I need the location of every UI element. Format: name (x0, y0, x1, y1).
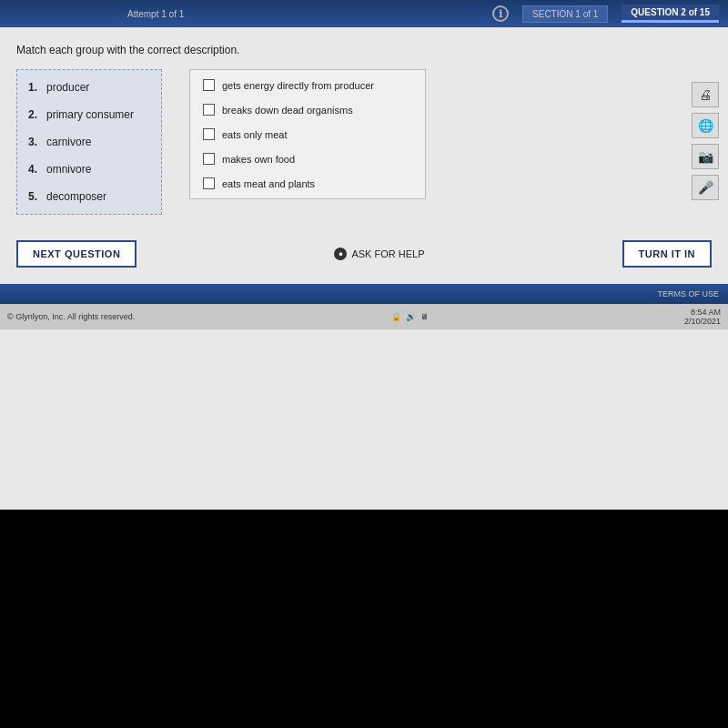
group-number-4: 4. (28, 163, 41, 176)
footer-bar: TERMS OF USE (0, 284, 728, 304)
group-number-3: 3. (28, 136, 41, 148)
volume-icon: 🔊 (406, 312, 416, 321)
description-text-5: eats meat and plants (222, 178, 315, 189)
terms-link[interactable]: TERMS OF USE (657, 289, 719, 298)
date-display: 2/10/2021 (684, 317, 721, 326)
mic-button[interactable]: 🎤 (692, 175, 719, 200)
globe-icon: 🌐 (698, 118, 713, 133)
question-badge: QUESTION 2 of 15 (622, 5, 719, 23)
checkbox-4[interactable] (203, 153, 215, 165)
description-item-5: eats meat and plants (203, 177, 412, 189)
camera-icon: 📷 (698, 149, 713, 164)
group-number-1: 1. (28, 81, 41, 94)
instruction-text: Match each group with the correct descri… (16, 44, 712, 56)
description-text-2: breaks down dead organisms (222, 105, 353, 116)
top-bar: Attempt 1 of 1 ℹ SECTION 1 of 1 QUESTION… (0, 0, 728, 27)
group-item-2: 2. primary consumer (28, 108, 143, 121)
network-icon: 🔒 (391, 312, 401, 321)
group-number-5: 5. (28, 190, 41, 203)
group-label-4: omnivore (46, 163, 91, 176)
description-text-4: makes own food (222, 154, 295, 165)
display-icon: 🖥 (420, 312, 429, 321)
description-item-1: gets energy directly from producer (203, 79, 412, 91)
description-text-1: gets energy directly from producer (222, 80, 374, 91)
group-label-3: carnivore (46, 136, 91, 148)
group-item-3: 3. carnivore (28, 136, 143, 148)
mic-icon: 🎤 (698, 180, 713, 195)
group-label-1: producer (46, 81, 89, 94)
ask-help-container[interactable]: ● ASK FOR HELP (334, 248, 424, 260)
turn-it-in-button[interactable]: TURN IT IN (622, 240, 712, 268)
description-item-3: eats only meat (203, 128, 412, 140)
left-column: 1. producer 2. primary consumer 3. carni… (16, 69, 162, 215)
copyright-text: © Glynlyon, Inc. All rights reserved. (7, 312, 135, 321)
checkbox-2[interactable] (203, 104, 215, 116)
description-item-4: makes own food (203, 153, 412, 165)
group-item-4: 4. omnivore (28, 163, 143, 176)
print-icon: 🖨 (699, 87, 712, 102)
match-container: 1. producer 2. primary consumer 3. carni… (16, 69, 712, 215)
section-badge: SECTION 1 of 1 (522, 5, 608, 23)
camera-button[interactable]: 📷 (692, 144, 719, 169)
group-item-1: 1. producer (28, 81, 143, 94)
globe-button[interactable]: 🌐 (692, 113, 719, 138)
group-label-5: decomposer (46, 190, 106, 203)
right-column: gets energy directly from producer break… (189, 69, 426, 199)
system-footer: © Glynlyon, Inc. All rights reserved. 🔒 … (0, 304, 728, 329)
checkbox-1[interactable] (203, 79, 215, 91)
description-item-2: breaks down dead organisms (203, 104, 412, 116)
system-icons: 🔒 🔊 🖥 (391, 312, 429, 321)
bottom-buttons: NEXT QUESTION ● ASK FOR HELP TURN IT IN (0, 224, 728, 284)
checkbox-3[interactable] (203, 128, 215, 140)
main-content: Match each group with the correct descri… (0, 27, 728, 224)
ask-help-icon: ● (334, 248, 347, 260)
description-text-3: eats only meat (222, 129, 288, 140)
next-question-button[interactable]: NEXT QUESTION (16, 240, 136, 268)
info-icon[interactable]: ℹ (492, 5, 509, 22)
ask-help-label: ASK FOR HELP (351, 248, 424, 259)
top-bar-left: Attempt 1 of 1 (9, 9, 485, 19)
side-toolbar: 🖨 🌐 📷 🎤 (692, 82, 719, 200)
black-area (0, 510, 728, 728)
checkbox-5[interactable] (203, 177, 215, 189)
print-button[interactable]: 🖨 (692, 82, 719, 107)
time-display: 8:54 AM (684, 308, 721, 317)
group-item-5: 5. decomposer (28, 190, 143, 203)
attempt-text: Attempt 1 of 1 (127, 9, 184, 19)
group-label-2: primary consumer (46, 108, 134, 121)
group-number-2: 2. (28, 108, 41, 121)
clock: 8:54 AM 2/10/2021 (684, 308, 721, 326)
top-bar-right: ℹ SECTION 1 of 1 QUESTION 2 of 15 (492, 5, 719, 23)
